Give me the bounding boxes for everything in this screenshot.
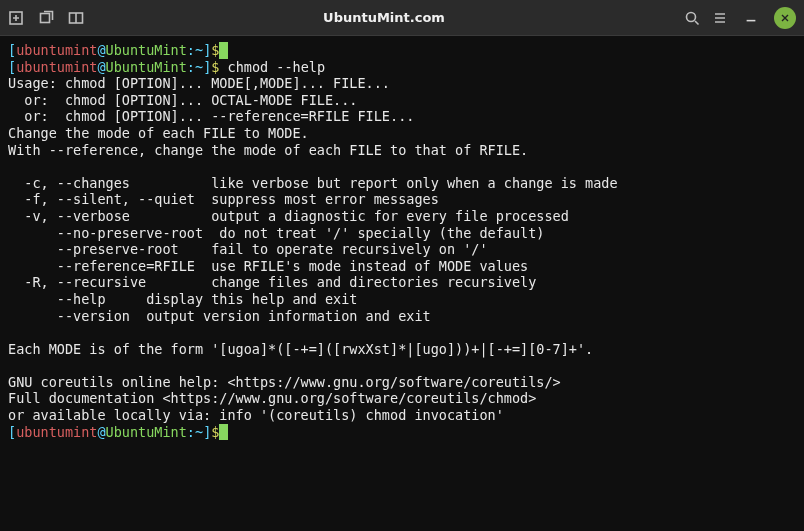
output-line: Usage: chmod [OPTION]... MODE[,MODE]... …	[8, 75, 390, 91]
search-icon[interactable]	[684, 10, 700, 26]
new-window-icon[interactable]	[38, 10, 54, 26]
svg-point-3	[687, 12, 696, 21]
toggle-panel-icon[interactable]	[68, 10, 84, 26]
output-line: --preserve-root fail to operate recursiv…	[8, 241, 488, 257]
cursor-icon	[219, 42, 227, 59]
new-tab-icon[interactable]	[8, 10, 24, 26]
titlebar: UbuntuMint.com	[0, 0, 804, 36]
svg-rect-1	[41, 13, 50, 22]
command-line: chmod --help	[219, 59, 325, 75]
output-line: Full documentation <https://www.gnu.org/…	[8, 390, 536, 406]
titlebar-right-controls	[684, 7, 796, 29]
output-line: or: chmod [OPTION]... OCTAL-MODE FILE...	[8, 92, 358, 108]
output-line: --help display this help and exit	[8, 291, 358, 307]
output-line: -f, --silent, --quiet suppress most erro…	[8, 191, 439, 207]
window-title: UbuntuMint.com	[84, 10, 684, 25]
menu-icon[interactable]	[712, 10, 728, 26]
output-line: -v, --verbose output a diagnostic for ev…	[8, 208, 569, 224]
terminal-output[interactable]: [ubuntumint@UbuntuMint:~]$ [ubuntumint@U…	[0, 36, 804, 531]
minimize-button[interactable]	[740, 7, 762, 29]
cursor-icon	[219, 424, 227, 441]
output-line: -R, --recursive change files and directo…	[8, 274, 536, 290]
output-line: GNU coreutils online help: <https://www.…	[8, 374, 561, 390]
output-line: or: chmod [OPTION]... --reference=RFILE …	[8, 108, 414, 124]
prompt: [ubuntumint@UbuntuMint:~]$	[8, 59, 219, 75]
output-line: Change the mode of each FILE to MODE.	[8, 125, 309, 141]
prompt: [ubuntumint@UbuntuMint:~]$	[8, 42, 219, 58]
output-line: or available locally via: info '(coreuti…	[8, 407, 504, 423]
output-line: --no-preserve-root do not treat '/' spec…	[8, 225, 544, 241]
prompt: [ubuntumint@UbuntuMint:~]$	[8, 424, 219, 440]
output-line: -c, --changes like verbose but report on…	[8, 175, 618, 191]
titlebar-left-controls	[8, 10, 84, 26]
close-button[interactable]	[774, 7, 796, 29]
output-line: --reference=RFILE use RFILE's mode inste…	[8, 258, 528, 274]
output-line: With --reference, change the mode of eac…	[8, 142, 528, 158]
output-line: Each MODE is of the form '[ugoa]*([-+=](…	[8, 341, 593, 357]
output-line: --version output version information and…	[8, 308, 431, 324]
